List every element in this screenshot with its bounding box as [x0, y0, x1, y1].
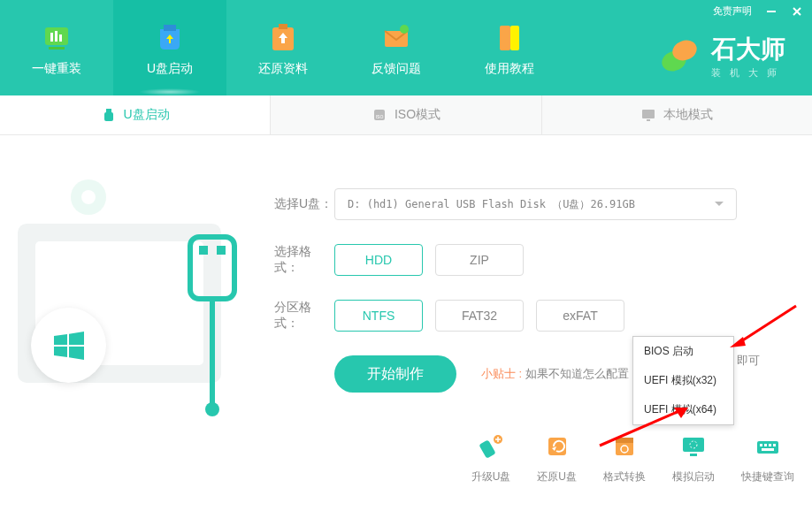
- svg-rect-13: [500, 26, 510, 50]
- svg-rect-34: [616, 438, 633, 443]
- close-button[interactable]: [791, 5, 803, 18]
- action-simulate-boot[interactable]: 模拟启动: [672, 432, 715, 484]
- bottom-actions: 升级U盘 还原U盘 格式转换 模拟启动 快捷键查询: [471, 432, 794, 484]
- disk-dropdown[interactable]: D: (hd1) General USB Flash Disk （U盘）26.9…: [334, 188, 737, 220]
- nav-label: 一键重装: [32, 61, 81, 77]
- svg-rect-10: [279, 24, 287, 29]
- svg-rect-44: [762, 448, 774, 451]
- format-convert-icon: [610, 432, 639, 461]
- svg-rect-17: [106, 109, 111, 112]
- restore-usb-icon: [543, 432, 571, 461]
- action-hotkey-query[interactable]: 快捷键查询: [741, 432, 794, 484]
- nav-active-glow: [139, 88, 201, 95]
- action-label: 格式转换: [603, 469, 646, 484]
- action-label: 快捷键查询: [741, 469, 794, 484]
- svg-rect-22: [647, 119, 650, 121]
- svg-rect-6: [59, 34, 62, 42]
- tab-local-mode[interactable]: 本地模式: [542, 95, 812, 134]
- nav-reinstall[interactable]: 一键重装: [0, 0, 113, 95]
- format-option-hdd[interactable]: HDD: [334, 244, 423, 276]
- svg-rect-8: [164, 25, 176, 31]
- usb-boot-icon: [151, 19, 188, 56]
- svg-rect-14: [510, 26, 519, 50]
- tutorial-icon: [491, 19, 528, 56]
- start-button[interactable]: 开始制作: [334, 355, 456, 393]
- hint: 小贴士 : 如果不知道怎么配置: [481, 366, 629, 382]
- nav-usb-boot[interactable]: U盘启动: [113, 0, 226, 95]
- tab-iso-mode[interactable]: ISO ISO模式: [271, 95, 541, 134]
- reinstall-icon: [38, 19, 75, 56]
- svg-rect-30: [479, 439, 495, 459]
- action-format-convert[interactable]: 格式转换: [603, 432, 646, 484]
- monitor-icon: [640, 107, 656, 123]
- context-bios-boot[interactable]: BIOS 启动: [633, 337, 733, 366]
- format-row: 选择格式： HDD ZIP: [274, 244, 785, 276]
- svg-rect-7: [49, 47, 65, 50]
- tab-label: 本地模式: [663, 107, 713, 123]
- minimize-button[interactable]: [765, 5, 778, 18]
- usb-icon: [101, 107, 117, 123]
- action-label: 模拟启动: [672, 469, 715, 484]
- action-label: 还原U盘: [537, 469, 577, 484]
- disclaimer-link[interactable]: 免责声明: [713, 4, 752, 18]
- action-upgrade-usb[interactable]: 升级U盘: [471, 432, 511, 484]
- brand-logo-icon: [658, 34, 701, 77]
- svg-rect-43: [773, 444, 776, 446]
- restore-icon: [264, 19, 302, 56]
- format-label: 选择格式：: [274, 244, 334, 276]
- svg-rect-36: [683, 438, 704, 452]
- gear-icon: [62, 171, 115, 224]
- tab-label: ISO模式: [395, 107, 440, 123]
- partition-option-exfat[interactable]: exFAT: [536, 300, 624, 332]
- svg-text:ISO: ISO: [376, 114, 384, 119]
- svg-point-29: [205, 402, 219, 416]
- feedback-icon: [378, 19, 415, 56]
- upgrade-usb-icon: [477, 432, 505, 461]
- action-label: 升级U盘: [471, 469, 511, 484]
- svg-rect-27: [217, 246, 226, 255]
- svg-rect-4: [50, 33, 53, 42]
- hotkey-icon: [754, 432, 782, 461]
- usb-large-icon: [172, 233, 252, 431]
- svg-rect-32: [548, 438, 566, 455]
- disk-row: 选择U盘： D: (hd1) General USB Flash Disk （U…: [274, 188, 785, 220]
- titlebar-controls: 免责声明: [713, 4, 803, 18]
- svg-rect-39: [757, 441, 778, 454]
- format-option-zip[interactable]: ZIP: [435, 244, 524, 276]
- nav-label: 还原资料: [258, 61, 308, 77]
- nav-label: 使用教程: [485, 61, 534, 77]
- brand-subtitle: 装机大师: [711, 66, 785, 80]
- partition-option-fat32[interactable]: FAT32: [435, 300, 524, 332]
- svg-point-24: [81, 190, 96, 204]
- windows-circle-icon: [31, 308, 106, 383]
- svg-rect-37: [690, 454, 697, 456]
- hint-prefix: 小贴士 :: [481, 367, 525, 380]
- partition-row: 分区格式： NTFS FAT32 exFAT: [274, 300, 785, 332]
- context-uefi-x64[interactable]: UEFI 模拟(x64): [633, 395, 733, 424]
- nav-label: U盘启动: [147, 61, 193, 77]
- svg-point-12: [400, 25, 409, 34]
- disk-label: 选择U盘：: [274, 196, 334, 212]
- header: 免责声明 一键重装 U盘启动 还原资料 反馈问题: [0, 0, 812, 95]
- svg-rect-41: [764, 444, 767, 446]
- hint-suffix: 即可: [737, 353, 760, 369]
- simulate-boot-icon: [679, 432, 708, 461]
- nav-restore[interactable]: 还原资料: [226, 0, 340, 95]
- svg-rect-40: [760, 444, 762, 446]
- svg-rect-21: [642, 110, 655, 118]
- tab-usb-boot[interactable]: U盘启动: [0, 95, 271, 134]
- illustration: [0, 135, 257, 511]
- context-uefi-x32[interactable]: UEFI 模拟(x32): [633, 366, 733, 395]
- svg-rect-26: [199, 246, 208, 255]
- svg-rect-5: [55, 31, 57, 42]
- svg-rect-25: [190, 237, 234, 299]
- nav-feedback[interactable]: 反馈问题: [340, 0, 453, 95]
- partition-option-ntfs[interactable]: NTFS: [334, 300, 423, 332]
- svg-rect-42: [769, 444, 771, 446]
- nav-tutorial[interactable]: 使用教程: [453, 0, 566, 95]
- iso-icon: ISO: [372, 107, 387, 123]
- action-restore-usb[interactable]: 还原U盘: [537, 432, 577, 484]
- brand-title: 石大师: [711, 33, 785, 66]
- partition-label: 分区格式：: [274, 300, 334, 332]
- mode-tabs: U盘启动 ISO ISO模式 本地模式: [0, 95, 812, 135]
